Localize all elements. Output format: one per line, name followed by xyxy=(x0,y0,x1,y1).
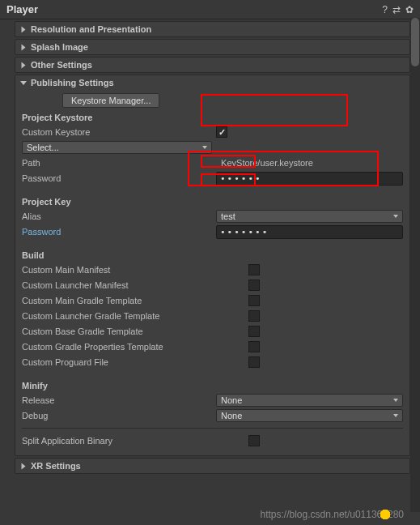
keystore-manager-button[interactable]: Keystore Manager... xyxy=(62,93,159,108)
section-xr: XR Settings xyxy=(15,458,410,474)
build-item-4: Custom Base Gradle Template xyxy=(22,327,248,336)
build-checkbox-6[interactable] xyxy=(248,356,260,368)
debug-value: None xyxy=(221,411,242,420)
minify-heading: Minify xyxy=(22,381,403,391)
chevron-right-icon xyxy=(22,26,26,32)
row-build-5: Custom Gradle Properties Template xyxy=(22,339,403,354)
chevron-right-icon xyxy=(22,463,26,469)
key-password-label: Password xyxy=(22,227,216,237)
scrollbar[interactable] xyxy=(410,18,420,512)
build-checkbox-1[interactable] xyxy=(248,280,260,291)
key-password-input[interactable] xyxy=(216,225,403,239)
section-title-other: Other Settings xyxy=(31,60,92,70)
build-checkbox-2[interactable] xyxy=(248,295,260,306)
divider xyxy=(22,428,403,429)
row-debug: Debug None xyxy=(22,408,403,423)
row-build-2: Custom Main Gradle Template xyxy=(22,293,403,308)
section-publishing: Publishing Settings Keystore Manager... … xyxy=(15,75,410,456)
section-header-resolution[interactable]: Resolution and Presentation xyxy=(15,22,409,36)
path-value: _KeyStore/user.keystore xyxy=(216,158,313,168)
split-binary-label: Split Application Binary xyxy=(22,436,248,446)
row-keystore-password: Password xyxy=(22,171,403,186)
keystore-select-dropdown[interactable]: Select... xyxy=(22,141,212,154)
row-keystore-select: Select... xyxy=(22,140,403,155)
split-binary-checkbox[interactable] xyxy=(248,435,260,446)
build-item-1: Custom Launcher Manifest xyxy=(22,280,248,290)
section-title-publishing: Publishing Settings xyxy=(31,78,114,88)
row-build-6: Custom Proguard File xyxy=(22,355,403,369)
build-checkbox-4[interactable] xyxy=(248,326,260,337)
section-other: Other Settings xyxy=(15,57,410,73)
row-build-4: Custom Base Gradle Template xyxy=(22,324,403,339)
build-checkbox-5[interactable] xyxy=(248,341,260,352)
debug-label: Debug xyxy=(22,411,216,420)
debug-dropdown[interactable]: None xyxy=(216,409,403,422)
panel-header: Player ? ⇄ ✿ xyxy=(0,0,420,19)
build-item-0: Custom Main Manifest xyxy=(22,265,248,275)
watermark-logo-icon xyxy=(376,506,394,523)
help-icon[interactable]: ? xyxy=(382,4,388,15)
alias-value: test xyxy=(221,211,235,221)
chevron-right-icon xyxy=(22,44,26,50)
row-custom-keystore: Custom Keystore xyxy=(22,125,403,139)
row-build-0: Custom Main Manifest xyxy=(22,262,403,277)
alias-label: Alias xyxy=(22,211,216,221)
row-split-binary: Split Application Binary xyxy=(22,433,403,448)
build-item-2: Custom Main Gradle Template xyxy=(22,296,248,305)
row-key-password: Password xyxy=(22,224,403,239)
build-item-6: Custom Proguard File xyxy=(22,357,248,367)
build-item-3: Custom Launcher Gradle Template xyxy=(22,311,248,321)
row-path: Path _KeyStore/user.keystore xyxy=(22,156,403,170)
content-area: Resolution and Presentation Splash Image… xyxy=(0,21,420,474)
row-alias: Alias test xyxy=(22,209,403,224)
release-value: None xyxy=(221,395,242,405)
alias-dropdown[interactable]: test xyxy=(216,210,403,223)
build-checkbox-0[interactable] xyxy=(248,264,260,275)
path-label: Path xyxy=(22,158,216,168)
section-header-other[interactable]: Other Settings xyxy=(15,58,409,72)
scrollbar-thumb[interactable] xyxy=(411,18,419,66)
release-dropdown[interactable]: None xyxy=(216,394,403,407)
build-heading: Build xyxy=(22,250,403,260)
section-header-xr[interactable]: XR Settings xyxy=(15,459,409,473)
project-key-heading: Project Key xyxy=(22,197,403,207)
row-release: Release None xyxy=(22,393,403,408)
section-header-splash[interactable]: Splash Image xyxy=(15,40,409,54)
build-checkbox-3[interactable] xyxy=(248,310,260,322)
section-title-resolution: Resolution and Presentation xyxy=(31,24,151,34)
section-splash: Splash Image xyxy=(15,39,410,55)
keystore-select-value: Select... xyxy=(27,143,59,152)
header-icons: ? ⇄ ✿ xyxy=(382,4,414,15)
row-build-3: Custom Launcher Gradle Template xyxy=(22,309,403,323)
project-keystore-heading: Project Keystore xyxy=(22,113,403,122)
chevron-right-icon xyxy=(22,62,26,68)
section-title-xr: XR Settings xyxy=(31,461,81,471)
build-item-5: Custom Gradle Properties Template xyxy=(22,342,248,352)
release-label: Release xyxy=(22,395,216,405)
section-resolution: Resolution and Presentation xyxy=(15,21,410,37)
row-build-1: Custom Launcher Manifest xyxy=(22,278,403,292)
section-title-splash: Splash Image xyxy=(31,42,88,52)
chevron-down-icon xyxy=(20,81,27,85)
section-header-publishing[interactable]: Publishing Settings xyxy=(15,75,409,90)
settings-preset-icon[interactable]: ⇄ xyxy=(392,4,401,15)
keystore-password-input[interactable] xyxy=(216,172,403,186)
keystore-password-label: Password xyxy=(22,173,216,183)
custom-keystore-label: Custom Keystore xyxy=(22,127,216,137)
panel-title: Player xyxy=(6,3,38,15)
gear-icon[interactable]: ✿ xyxy=(405,4,414,15)
publishing-body: Keystore Manager... Project Keystore Cus… xyxy=(15,90,409,455)
custom-keystore-checkbox[interactable] xyxy=(216,126,227,138)
